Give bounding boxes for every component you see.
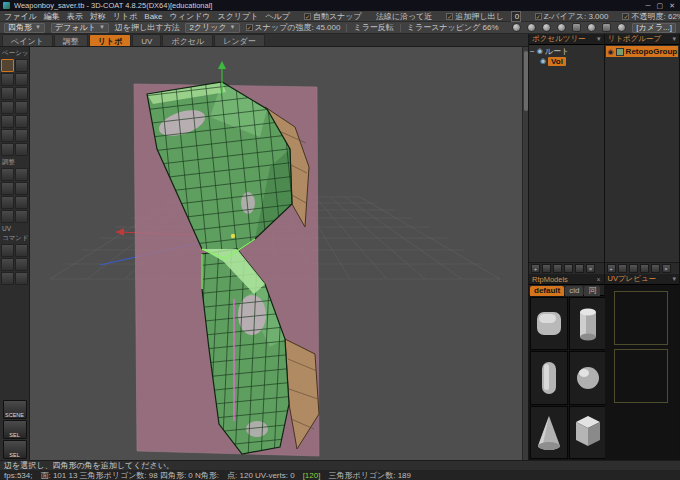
mirror-snap-value[interactable]: 66% <box>483 23 499 32</box>
tool-icon[interactable] <box>15 87 28 100</box>
tool-icon[interactable] <box>1 101 14 114</box>
tool-icon-points-faces[interactable] <box>1 59 14 72</box>
add-layer-icon[interactable]: + <box>531 264 540 273</box>
view-grid-icon[interactable] <box>572 23 581 32</box>
menu-symmetry[interactable]: 対称 <box>90 11 106 22</box>
menu-file[interactable]: ファイル <box>4 11 37 22</box>
section-uv-label[interactable]: UV <box>1 224 28 232</box>
tool-icon[interactable] <box>1 168 14 181</box>
collapse-icon[interactable]: − <box>530 47 535 56</box>
duplicate-icon[interactable] <box>553 264 562 273</box>
opacity-value[interactable]: 62% <box>668 12 680 21</box>
scene-button[interactable]: SCENE <box>3 400 27 419</box>
view-snap-icon[interactable] <box>602 23 611 32</box>
menu-window[interactable]: ウィンドウ <box>170 11 211 22</box>
panel-menu-icon[interactable]: ▾ <box>597 35 601 43</box>
tool-icon[interactable] <box>15 258 28 271</box>
tool-icon[interactable] <box>15 210 28 223</box>
menu-bake[interactable]: Bake <box>144 12 162 21</box>
section-commands-label[interactable]: コマンド <box>1 233 28 243</box>
rtp-tab-cid[interactable]: cid <box>565 286 583 296</box>
rtp-tab-default[interactable]: default <box>530 286 564 296</box>
folder-icon[interactable] <box>542 264 551 273</box>
quad-mode-dropdown[interactable]: 四角形▼ <box>4 23 45 33</box>
section-basic-label[interactable]: ベーシック <box>1 48 28 58</box>
tool-icon[interactable] <box>1 258 14 271</box>
close-button[interactable]: ✕ <box>669 2 675 10</box>
tool-icon[interactable] <box>15 168 28 181</box>
tool-icon[interactable] <box>1 143 14 156</box>
view-ghost-icon[interactable] <box>617 23 626 32</box>
maximize-button[interactable]: ▢ <box>657 2 664 10</box>
along-normal-option[interactable]: 法線に沿って近 <box>376 11 433 22</box>
camera-dropdown[interactable]: [カメラ...] <box>632 23 676 33</box>
primitive-rounded-cube[interactable] <box>530 297 568 350</box>
view-material-icon[interactable] <box>542 23 551 32</box>
tool-icon[interactable] <box>15 272 28 285</box>
tab-retopo[interactable]: リトポ <box>89 34 132 46</box>
tool-icon[interactable] <box>1 210 14 223</box>
primitive-cone[interactable] <box>530 406 568 459</box>
view-wireframe-icon[interactable] <box>527 23 536 32</box>
tool-icon[interactable] <box>15 59 28 72</box>
rtp-tab-etc[interactable]: 同 <box>584 286 600 296</box>
tool-icon[interactable] <box>1 196 14 209</box>
panel-menu-icon[interactable]: ▾ <box>672 35 676 43</box>
tab-paint[interactable]: ペイント <box>2 34 53 46</box>
primitive-cylinder[interactable] <box>569 297 607 350</box>
tool-icon[interactable] <box>1 87 14 100</box>
checkbox-checked-icon[interactable]: ✓ <box>246 24 253 31</box>
move-up-icon[interactable] <box>564 264 573 273</box>
zbias-option[interactable]: ✓ Z-バイアス: 3.000 <box>535 11 609 22</box>
menu-edit[interactable]: 編集 <box>44 11 60 22</box>
move-down-icon[interactable] <box>575 264 584 273</box>
delete-icon[interactable]: × <box>662 264 671 273</box>
visibility-eye-icon[interactable]: ◉ <box>540 57 546 65</box>
tool-icon[interactable] <box>15 143 28 156</box>
viewport-scrollbar[interactable] <box>522 47 528 460</box>
checkbox-checked-icon[interactable]: ✓ <box>304 13 311 20</box>
tool-icon[interactable] <box>1 244 14 257</box>
add-layer-icon[interactable]: + <box>607 264 616 273</box>
view-light-icon[interactable] <box>557 23 566 32</box>
tool-icon[interactable] <box>15 115 28 128</box>
group-color-swatch[interactable] <box>616 48 624 56</box>
visibility-eye-icon[interactable]: ◉ <box>608 48 614 56</box>
panel-close-icon[interactable]: × <box>596 276 600 283</box>
move-down-icon[interactable] <box>651 264 660 273</box>
voxtree-root-row[interactable]: − ◉ ルート <box>530 46 603 56</box>
tool-icon[interactable] <box>1 129 14 142</box>
checkbox-checked-icon[interactable]: ✓ <box>535 13 542 20</box>
view-shade-icon[interactable] <box>512 23 521 32</box>
visibility-eye-icon[interactable]: ◉ <box>537 47 543 55</box>
tool-icon[interactable] <box>15 196 28 209</box>
select-button-1[interactable]: SEL <box>3 420 27 439</box>
tool-icon[interactable] <box>15 129 28 142</box>
checkbox-checked-icon[interactable]: ✓ <box>446 13 453 20</box>
checkbox-checked-icon[interactable]: ✓ <box>622 13 629 20</box>
section-adjust-label[interactable]: 調整 <box>1 157 28 167</box>
tab-render[interactable]: レンダー <box>214 34 265 46</box>
delete-icon[interactable]: × <box>586 264 595 273</box>
view-ortho-icon[interactable] <box>587 23 596 32</box>
duplicate-icon[interactable] <box>629 264 638 273</box>
tab-voxel[interactable]: ボクセル <box>162 34 213 46</box>
panel-menu-icon[interactable]: ▾ <box>672 275 676 283</box>
minimize-button[interactable]: ─ <box>646 2 651 10</box>
voxtree-vol-row[interactable]: ◉ Vol <box>530 56 603 66</box>
opacity-option[interactable]: ✓ 不透明度: 62% <box>622 11 680 22</box>
mirror-flip-label[interactable]: ミラー反転 <box>353 22 393 33</box>
preset-dropdown[interactable]: デフォルト▼ <box>51 23 109 33</box>
menu-script[interactable]: スクリプト <box>217 11 258 22</box>
tool-icon[interactable] <box>15 73 28 86</box>
tool-icon[interactable] <box>1 115 14 128</box>
tab-tweak[interactable]: 調整 <box>54 34 88 46</box>
menu-retopo[interactable]: リトポ <box>113 11 138 22</box>
primitive-sphere[interactable] <box>569 351 607 404</box>
menu-help[interactable]: ヘルプ <box>265 11 290 22</box>
move-up-icon[interactable] <box>640 264 649 273</box>
viewport-3d[interactable] <box>30 47 522 460</box>
auto-snap-option[interactable]: ✓ 自動スナップ <box>304 11 362 22</box>
folder-icon[interactable] <box>618 264 627 273</box>
snap-strength-option[interactable]: ✓ スナップの強度: 45.000 <box>246 22 341 33</box>
